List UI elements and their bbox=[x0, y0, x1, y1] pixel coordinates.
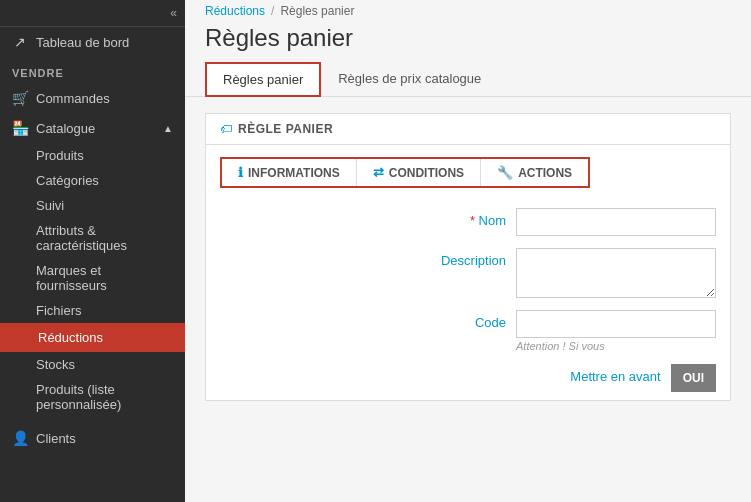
card-tab-conditions[interactable]: ⇄ CONDITIONS bbox=[357, 159, 481, 186]
label-mettre-en-avant: Mettre en avant bbox=[561, 364, 661, 384]
sidebar-item-produits[interactable]: Produits bbox=[0, 143, 185, 168]
tab-regles-prix[interactable]: Règles de prix catalogue bbox=[321, 62, 498, 96]
label-description: Description bbox=[406, 248, 506, 268]
sidebar-sub-label: Produits bbox=[36, 148, 84, 163]
sidebar-sub-label: Marques et fournisseurs bbox=[36, 263, 173, 293]
sidebar-item-produits-liste[interactable]: Produits (liste personnalisée) bbox=[0, 377, 185, 417]
sidebar-item-label: Clients bbox=[36, 431, 76, 446]
sidebar-sub-label: Réductions bbox=[38, 330, 103, 345]
card-tab-label: CONDITIONS bbox=[389, 166, 464, 180]
card-tab-informations[interactable]: ℹ INFORMATIONS bbox=[222, 159, 357, 186]
sidebar-item-categories[interactable]: Catégories bbox=[0, 168, 185, 193]
sidebar-item-label: Commandes bbox=[36, 91, 110, 106]
card-sub-tabs: ℹ INFORMATIONS ⇄ CONDITIONS 🔧 ACTIONS bbox=[220, 157, 590, 188]
card-regle-panier: 🏷 RÈGLE PANIER ℹ INFORMATIONS ⇄ CONDITIO… bbox=[205, 113, 731, 401]
form-row-mettre-en-avant: Mettre en avant OUI bbox=[220, 364, 716, 392]
main-tabs: Règles panier Règles de prix catalogue bbox=[185, 62, 751, 97]
sidebar-item-catalogue[interactable]: 🏪 Catalogue ▲ bbox=[0, 113, 185, 143]
sidebar-item-stocks[interactable]: Stocks bbox=[0, 352, 185, 377]
form-row-code: Code Attention ! Si vous bbox=[220, 310, 716, 352]
actions-icon: 🔧 bbox=[497, 165, 513, 180]
sidebar-sub-label: Suivi bbox=[36, 198, 64, 213]
catalogue-icon: 🏪 bbox=[12, 120, 28, 136]
clients-icon: 👤 bbox=[12, 430, 28, 446]
input-description[interactable] bbox=[516, 248, 716, 298]
sidebar-item-commandes[interactable]: 🛒 Commandes bbox=[0, 83, 185, 113]
card-tab-label: INFORMATIONS bbox=[248, 166, 340, 180]
input-nom[interactable] bbox=[516, 208, 716, 236]
sidebar-item-suivi[interactable]: Suivi bbox=[0, 193, 185, 218]
card-title: RÈGLE PANIER bbox=[238, 122, 333, 136]
sidebar-section-vendre: VENDRE bbox=[0, 57, 185, 83]
card-tab-actions[interactable]: 🔧 ACTIONS bbox=[481, 159, 588, 186]
sidebar-collapse-btn[interactable]: « bbox=[0, 0, 185, 27]
form-row-nom: Nom bbox=[220, 208, 716, 236]
sidebar-item-fichiers[interactable]: Fichiers bbox=[0, 298, 185, 323]
sidebar-item-clients[interactable]: 👤 Clients bbox=[0, 423, 185, 453]
main-content: Réductions / Règles panier Règles panier… bbox=[185, 0, 751, 502]
sidebar: « ↗ Tableau de bord VENDRE 🛒 Commandes 🏪… bbox=[0, 0, 185, 502]
sidebar-item-label: Tableau de bord bbox=[36, 35, 129, 50]
chevron-down-icon: ▲ bbox=[163, 123, 173, 134]
sidebar-sub-label: Produits (liste personnalisée) bbox=[36, 382, 173, 412]
sidebar-sub-label: Catégories bbox=[36, 173, 99, 188]
form-section: Nom Description Code Attention ! Si vous bbox=[206, 200, 730, 400]
page-title: Règles panier bbox=[185, 22, 751, 62]
sidebar-sub-label: Stocks bbox=[36, 357, 75, 372]
commandes-icon: 🛒 bbox=[12, 90, 28, 106]
code-hint: Attention ! Si vous bbox=[516, 340, 716, 352]
sidebar-item-attributs[interactable]: Attributs & caractéristiques bbox=[0, 218, 185, 258]
label-code: Code bbox=[406, 310, 506, 330]
sidebar-item-dashboard[interactable]: ↗ Tableau de bord bbox=[0, 27, 185, 57]
breadcrumb-separator: / bbox=[271, 4, 274, 18]
sidebar-item-label: Catalogue bbox=[36, 121, 95, 136]
sidebar-sub-label: Fichiers bbox=[36, 303, 82, 318]
card-header: 🏷 RÈGLE PANIER bbox=[206, 114, 730, 145]
breadcrumb: Réductions / Règles panier bbox=[185, 0, 751, 22]
breadcrumb-current: Règles panier bbox=[280, 4, 354, 18]
sidebar-sub-label: Attributs & caractéristiques bbox=[36, 223, 173, 253]
info-icon: ℹ bbox=[238, 165, 243, 180]
label-nom: Nom bbox=[406, 208, 506, 228]
tab-regles-panier[interactable]: Règles panier bbox=[205, 62, 321, 97]
sidebar-item-reductions[interactable]: Réductions bbox=[0, 323, 185, 352]
card-tab-label: ACTIONS bbox=[518, 166, 572, 180]
breadcrumb-reductions[interactable]: Réductions bbox=[205, 4, 265, 18]
sidebar-item-marques[interactable]: Marques et fournisseurs bbox=[0, 258, 185, 298]
conditions-icon: ⇄ bbox=[373, 165, 384, 180]
collapse-icon[interactable]: « bbox=[170, 6, 177, 20]
content-area: 🏷 RÈGLE PANIER ℹ INFORMATIONS ⇄ CONDITIO… bbox=[185, 97, 751, 502]
input-code[interactable] bbox=[516, 310, 716, 338]
toggle-mettre-en-avant[interactable]: OUI bbox=[671, 364, 716, 392]
dashboard-icon: ↗ bbox=[12, 34, 28, 50]
form-row-description: Description bbox=[220, 248, 716, 298]
tag-icon: 🏷 bbox=[220, 122, 232, 136]
